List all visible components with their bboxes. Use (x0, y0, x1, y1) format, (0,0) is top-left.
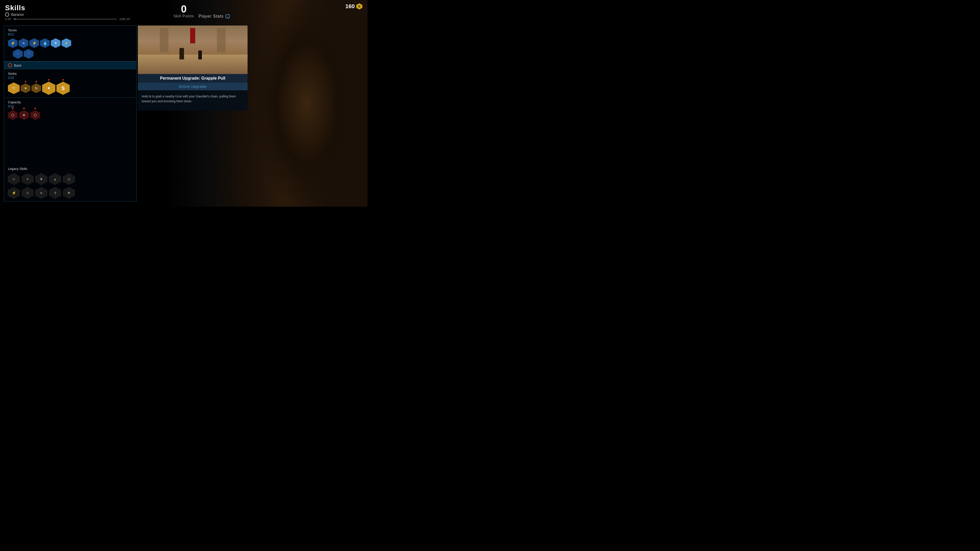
capacity-section: Capacity 0/10 ⬡ ✕ ⬡ (4, 98, 136, 124)
lock-cap-2 (23, 108, 25, 109)
preview-scene (138, 25, 248, 74)
legacy-row-2: ⚡ ☠ ➤ 🗡 ✸ (8, 187, 132, 199)
capacity-skills-row: ⬡ ✕ ⬡ (8, 110, 132, 120)
serka-skill-wrapper-4: ✦ (42, 82, 56, 95)
serka-skill-wrapper-5: S (56, 82, 70, 95)
skill-capacity-3[interactable]: ⬡ (30, 110, 40, 120)
gold-coin-icon: G (356, 3, 363, 10)
legacy-row-1: ☠ ✦ ✸ ▲ ◎ (8, 173, 132, 185)
legacy-skill-7[interactable]: ☠ (22, 187, 33, 199)
skill-serka-5[interactable]: S (56, 82, 70, 95)
active-upgrade-label: Active Upgrade (179, 84, 207, 89)
skill-torvin-6[interactable]: ⚡ (62, 38, 71, 48)
serka-skill-wrapper-2: ☀ (21, 83, 30, 93)
xp-bar-fill (14, 19, 16, 20)
back-button[interactable]: Back (4, 62, 136, 69)
legacy-skills-grid: ☠ ✦ ✸ ▲ ◎ ⚡ ☠ (8, 173, 132, 199)
skill-capacity-1[interactable]: ⬡ (8, 110, 18, 120)
torvin-section: Torvin 8/12 ⚡ ☠ ⚡ 💧 ❄ ⚡ T (4, 26, 136, 62)
skill-torvin-5[interactable]: ❄ (51, 38, 60, 48)
upgrade-name: Permanent Upgrade: Grapple Pull (160, 76, 225, 80)
serka-skill-wrapper-1: 🛡 (8, 83, 20, 94)
lock-indicator-2 (25, 81, 26, 83)
skill-torvin-1[interactable]: ⚡ (8, 38, 18, 48)
back-label: Back (14, 64, 21, 67)
skill-torvin-4[interactable]: 💧 (40, 38, 50, 48)
skill-torvin-8[interactable]: T (24, 49, 33, 59)
skill-points-value: 0 (173, 4, 194, 14)
skill-serka-3[interactable]: ↻ (32, 83, 41, 93)
legacy-skill-1[interactable]: ☠ (8, 173, 20, 185)
legacy-skill-10[interactable]: ✸ (63, 187, 75, 199)
preview-player-character (180, 48, 184, 59)
skill-capacity-2[interactable]: ✕ (19, 110, 29, 120)
skill-serka-1[interactable]: 🛡 (8, 83, 20, 94)
skill-preview-image (138, 25, 248, 74)
skill-serka-2[interactable]: ☀ (21, 83, 30, 93)
skill-points-display: 0 Skill Points (173, 4, 194, 18)
legacy-skill-3[interactable]: ✸ (35, 173, 47, 185)
lock-indicator-5 (62, 79, 64, 81)
skill-torvin-3[interactable]: ⚡ (29, 38, 39, 48)
skill-points-label: Skill Points (173, 14, 194, 18)
skill-torvin-7[interactable]: T (13, 49, 23, 59)
serka-skill-wrapper-3: ↻ (32, 83, 41, 93)
lock-cap-3 (35, 108, 36, 109)
torvin-name: Torvin (8, 28, 132, 32)
skill-upgrade-title: Permanent Upgrade: Grapple Pull (138, 74, 248, 83)
skill-desc-content: to grab a nearby Uruk with your Gauntlet… (142, 95, 236, 103)
lock-cap-1 (12, 108, 14, 109)
legacy-skill-4[interactable]: ▲ (49, 173, 61, 185)
ring-icon (5, 13, 9, 17)
legacy-skill-8[interactable]: ➤ (35, 187, 47, 199)
torvin-skills-row1: ⚡ ☠ ⚡ 💧 ❄ ⚡ (8, 38, 132, 48)
serka-level: 1/18 (8, 76, 132, 79)
player-name-row: Baranor (5, 13, 130, 17)
legacy-skill-9[interactable]: 🗡 (49, 187, 61, 199)
skill-serka-4[interactable]: ✦ (42, 82, 56, 95)
capacity-skill-wrapper-1: ⬡ (8, 110, 18, 120)
serka-skills-row: 🛡 ☀ ↻ ✦ (8, 82, 132, 95)
currency-value: 160 (345, 3, 355, 10)
capacity-level: 0/10 (8, 105, 132, 108)
triangle-icon: △ (226, 14, 230, 18)
legacy-skill-6[interactable]: ⚡ (8, 187, 20, 199)
lock-indicator-4 (48, 79, 49, 81)
back-circle-icon (8, 63, 12, 67)
serka-section: Serka 1/18 🛡 ☀ ↻ (4, 69, 136, 98)
xp-max: 2285 XP (119, 17, 130, 21)
page-title: Skills (5, 4, 130, 12)
center-panel: Permanent Upgrade: Grapple Pull Active U… (138, 25, 248, 111)
skill-description: Hold ⊙ to grab a nearby Uruk with your G… (138, 90, 248, 111)
torvin-skills-row2: T T (13, 49, 132, 59)
capacity-skill-wrapper-2: ✕ (19, 110, 29, 120)
skill-description-text: Hold ⊙ to grab a nearby Uruk with your G… (142, 94, 244, 104)
legacy-skill-5[interactable]: ◎ (63, 173, 75, 185)
preview-banner (190, 28, 195, 43)
player-stats-button[interactable]: Player Stats △ (199, 14, 230, 19)
button-hint: ⊙ (149, 95, 151, 98)
capacity-skill-wrapper-3: ⬡ (30, 110, 40, 120)
legacy-section: Legacy Skills ☠ ✦ ✸ ▲ ◎ (4, 164, 136, 201)
xp-bar-container: 0 XP 2285 XP (5, 17, 130, 21)
active-upgrade-bar: Active Upgrade (138, 83, 248, 90)
skill-torvin-2[interactable]: ☠ (19, 38, 28, 48)
torvin-level: 8/12 (8, 33, 132, 36)
xp-bar (14, 19, 117, 20)
skills-panel: Torvin 8/12 ⚡ ☠ ⚡ 💧 ❄ ⚡ T (4, 25, 137, 202)
preview-enemy-character (198, 51, 202, 59)
preview-floor (138, 55, 248, 74)
player-name: Baranor (11, 13, 24, 17)
capacity-name: Capacity (8, 100, 132, 104)
player-stats-label: Player Stats (199, 14, 224, 19)
serka-name: Serka (8, 72, 132, 76)
legacy-title: Legacy Skills (8, 167, 132, 171)
lock-indicator-3 (35, 81, 37, 83)
currency-display: 160 G (345, 3, 363, 10)
legacy-skill-2[interactable]: ✦ (22, 173, 33, 185)
xp-current: 0 XP (5, 17, 11, 21)
